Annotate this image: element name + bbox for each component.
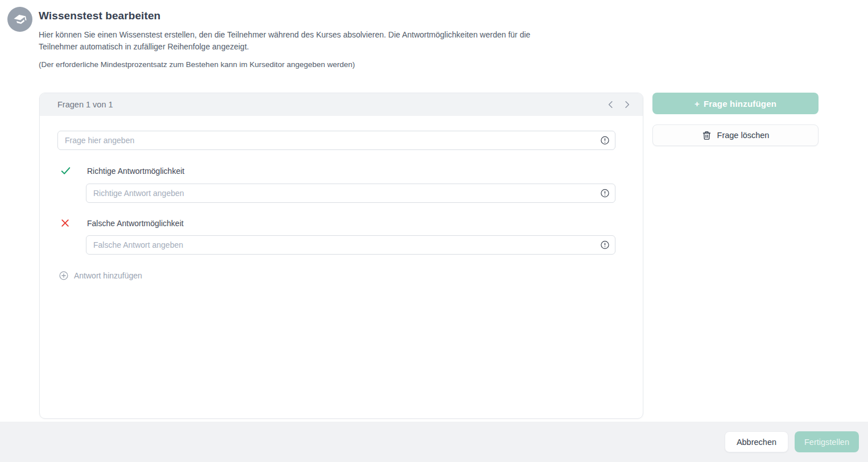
wrong-answer-input-wrap xyxy=(86,235,615,255)
alert-circle-icon xyxy=(600,136,610,145)
side-actions: + Frage hinzufügen Frage löschen xyxy=(652,93,819,419)
correct-answer-label: Richtige Antwortmöglichkeit xyxy=(87,167,184,176)
alert-circle-icon xyxy=(600,189,610,198)
page-note: (Der erforderliche Mindestprozentsatz zu… xyxy=(39,59,565,70)
plus-circle-icon xyxy=(59,270,69,281)
correct-answer-input-wrap xyxy=(86,184,615,203)
add-answer-button[interactable]: Antwort hinzufügen xyxy=(59,270,142,281)
page-title: Wissenstest bearbeiten xyxy=(39,10,565,22)
wrong-answer-input[interactable] xyxy=(86,235,615,255)
cancel-button[interactable]: Abbrechen xyxy=(725,431,788,452)
add-answer-label: Antwort hinzufügen xyxy=(74,271,142,280)
add-question-button[interactable]: + Frage hinzufügen xyxy=(652,93,819,114)
question-pager xyxy=(605,99,633,110)
finish-button[interactable]: Fertigstellen xyxy=(795,431,859,452)
plus-icon: + xyxy=(695,99,700,109)
chevron-right-icon[interactable] xyxy=(621,99,633,110)
page-header: Wissenstest bearbeiten Hier können Sie e… xyxy=(0,0,868,70)
question-card-header: Fragen 1 von 1 xyxy=(40,93,643,116)
question-pagination-label: Fragen 1 von 1 xyxy=(57,100,113,109)
add-question-label: Frage hinzufügen xyxy=(704,99,776,109)
correct-answer-label-row: Richtige Antwortmöglichkeit xyxy=(57,165,615,176)
graduation-cap-icon xyxy=(14,13,27,26)
chevron-left-icon[interactable] xyxy=(605,99,617,110)
footer-bar: Abbrechen Fertigstellen xyxy=(0,422,868,462)
question-card-body: Richtige Antwortmöglichkeit Falsche Ant xyxy=(40,116,643,283)
question-card: Fragen 1 von 1 xyxy=(39,93,643,419)
check-icon xyxy=(57,165,87,176)
alert-circle-icon xyxy=(600,240,610,250)
question-input[interactable] xyxy=(57,131,615,150)
question-input-wrap xyxy=(57,131,615,150)
main-content: Fragen 1 von 1 xyxy=(39,93,819,419)
wrong-answer-label-row: Falsche Antwortmöglichkeit xyxy=(57,218,615,228)
trash-icon xyxy=(702,131,712,140)
delete-question-button[interactable]: Frage löschen xyxy=(652,124,819,146)
wrong-answer-label: Falsche Antwortmöglichkeit xyxy=(87,219,184,228)
correct-answer-input[interactable] xyxy=(86,184,615,203)
avatar xyxy=(7,7,32,32)
page-description: Hier können Sie einen Wissenstest erstel… xyxy=(39,29,565,53)
delete-question-label: Frage löschen xyxy=(717,131,770,140)
x-icon xyxy=(57,218,87,228)
